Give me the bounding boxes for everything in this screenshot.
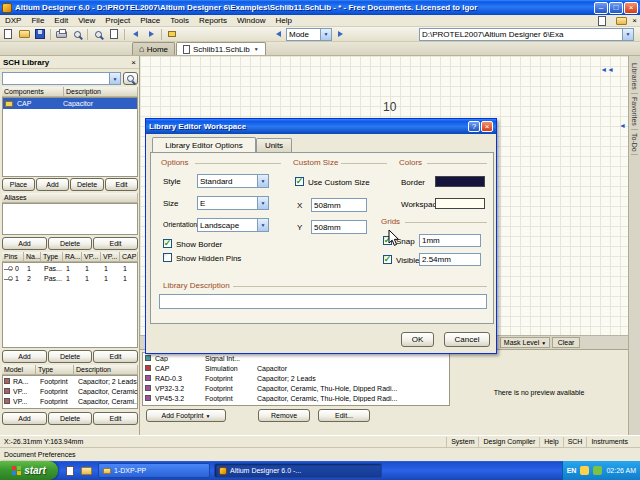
print-preview-icon[interactable]	[69, 28, 85, 41]
close-button[interactable]: ×	[624, 2, 638, 14]
mask-level-button[interactable]: Mask Level ▼	[500, 337, 550, 348]
panels-icon[interactable]	[594, 14, 610, 27]
tab-home[interactable]: ⌂ Home	[132, 42, 175, 55]
y-size-field[interactable]	[311, 220, 367, 234]
quick-launch-icon[interactable]	[78, 464, 94, 477]
panel-button-design-compiler[interactable]: Design Compiler	[478, 437, 539, 447]
place-button[interactable]: Place	[2, 178, 35, 191]
model-description-column-header[interactable]: Description	[74, 365, 138, 375]
menu-item-window[interactable]: Window	[232, 16, 270, 25]
delete-pin-button[interactable]: Delete	[48, 350, 92, 363]
chevron-down-icon[interactable]: ▼	[257, 219, 268, 231]
components-column-header[interactable]: Components	[2, 87, 64, 97]
menu-item-tools[interactable]: Tools	[165, 16, 194, 25]
shelf-tab-todo[interactable]: To-Do	[631, 130, 638, 156]
add-model-button[interactable]: Add	[2, 412, 47, 425]
pin-name-column-header[interactable]: Na...	[24, 252, 41, 262]
ok-button[interactable]: OK	[401, 332, 434, 347]
model-row[interactable]: VP... Footprint Capacitor, Ceramic,...	[3, 386, 137, 396]
close-document-icon[interactable]: ×	[632, 16, 637, 25]
open-icon[interactable]	[16, 28, 32, 41]
edit-model-button[interactable]: Edit	[93, 412, 138, 425]
dock-model-row[interactable]: RAD-0.3 Footprint Capacitor; 2 Leads	[143, 373, 449, 383]
print-icon[interactable]	[53, 28, 69, 41]
taskbar-window-altium[interactable]: Altium Designer 6.0 -...	[214, 463, 382, 478]
workspace-color-swatch[interactable]	[435, 198, 485, 209]
show-border-checkbox[interactable]	[163, 239, 172, 248]
size-select[interactable]: E ▼	[197, 196, 269, 210]
add-footprint-button[interactable]: Add Footprint ▼	[146, 409, 226, 422]
model-column-header[interactable]: Model	[2, 365, 36, 375]
pin-row[interactable]: 0 1 Pas... 1 1 1 1	[3, 263, 137, 273]
workspace-grid-icon[interactable]	[613, 14, 629, 27]
filter-icon[interactable]	[164, 28, 180, 41]
add-component-button[interactable]: Add	[36, 178, 69, 191]
dialog-close-button[interactable]: ×	[481, 121, 493, 132]
use-custom-size-checkbox[interactable]	[295, 177, 304, 186]
redo-icon[interactable]	[143, 28, 159, 41]
zoom-area-icon[interactable]	[106, 28, 122, 41]
panel-button-sch[interactable]: SCH	[563, 437, 587, 447]
component-row-cap[interactable]: CAP Capacitor	[3, 98, 137, 109]
tab-library-editor-options[interactable]: Library Editor Options	[152, 137, 256, 152]
cancel-button[interactable]: Cancel	[444, 332, 490, 347]
edit-pin-button[interactable]: Edit	[93, 350, 138, 363]
style-select[interactable]: Standard ▼	[197, 174, 269, 188]
tab-units[interactable]: Units	[256, 138, 292, 152]
visible-grid-checkbox[interactable]	[383, 255, 392, 264]
menu-item-view[interactable]: View	[73, 16, 100, 25]
dialog-titlebar[interactable]: Library Editor Workspace ? ×	[146, 119, 496, 134]
pin-cap-column-header[interactable]: CAP	[120, 252, 138, 262]
add-pin-button[interactable]: Add	[2, 350, 47, 363]
tray-icon[interactable]	[593, 466, 602, 475]
pin-rad-column-header[interactable]: RA...	[63, 252, 82, 262]
pins-column-header[interactable]: Pins	[2, 252, 24, 262]
panel-button-system[interactable]: System	[446, 437, 478, 447]
start-button[interactable]: start	[0, 461, 58, 480]
zoom-fit-icon[interactable]	[90, 28, 106, 41]
pin-vp32-column-header[interactable]: VP...	[82, 252, 101, 262]
mode-select[interactable]: Mode ▼	[286, 28, 332, 41]
chevron-down-icon[interactable]: ▼	[109, 73, 120, 84]
edit-component-button[interactable]: Edit	[105, 178, 138, 191]
panel-button-instruments[interactable]: Instruments	[586, 437, 632, 447]
quick-launch-icon[interactable]	[62, 464, 78, 477]
delete-model-button[interactable]: Delete	[48, 412, 92, 425]
dock-model-row[interactable]: Cap Signal Int...	[143, 353, 449, 363]
mode-back-icon[interactable]	[270, 28, 286, 41]
chevron-down-icon[interactable]: ▼	[254, 46, 259, 52]
border-color-swatch[interactable]	[435, 176, 485, 187]
menu-item-project[interactable]: Project	[100, 16, 135, 25]
visible-grid-field[interactable]	[419, 253, 481, 266]
mode-forward-icon[interactable]	[332, 28, 348, 41]
language-indicator[interactable]: EN	[567, 467, 577, 474]
tab-schlib-document[interactable]: Schlib11.SchLib ▼	[176, 42, 266, 55]
aliases-column-header[interactable]: Aliases	[2, 193, 138, 203]
dock-model-row[interactable]: CAP Simulation Capacitor	[143, 363, 449, 373]
panel-close-icon[interactable]: ×	[131, 58, 136, 67]
panel-button-help[interactable]: Help	[539, 437, 562, 447]
snap-grid-field[interactable]	[419, 234, 481, 247]
menu-item-help[interactable]: Help	[270, 16, 296, 25]
edit-model-dock-button[interactable]: Edit...	[318, 409, 370, 422]
pin-vp45-column-header[interactable]: VP...	[101, 252, 120, 262]
shelf-tab-favorites[interactable]: Favorites	[631, 94, 638, 130]
tray-icon[interactable]	[580, 466, 589, 475]
chevron-down-icon[interactable]: ▼	[320, 29, 331, 40]
show-hidden-pins-checkbox[interactable]	[163, 253, 172, 262]
delete-component-button[interactable]: Delete	[70, 178, 104, 191]
clear-button[interactable]: Clear	[552, 337, 580, 348]
menu-item-file[interactable]: File	[26, 16, 49, 25]
minimize-button[interactable]: –	[594, 2, 608, 14]
taskbar-window-dxp-pp[interactable]: 1-DXP-PP	[98, 463, 210, 478]
component-filter-field[interactable]	[5, 73, 109, 84]
undo-icon[interactable]	[127, 28, 143, 41]
description-column-header[interactable]: Description	[64, 87, 138, 97]
pin-type-column-header[interactable]: Type	[41, 252, 63, 262]
snap-grid-checkbox[interactable]	[383, 236, 392, 245]
document-path-select[interactable]: D:\PROTEL2007\Altium Designer 6\Exa ▼	[419, 28, 634, 41]
collapse-panel-icon[interactable]: ◄◄	[600, 66, 614, 73]
model-row[interactable]: RA... Footprint Capacitor; 2 Leads	[3, 376, 137, 386]
remove-model-button[interactable]: Remove	[258, 409, 310, 422]
chevron-down-icon[interactable]: ▼	[622, 29, 633, 40]
